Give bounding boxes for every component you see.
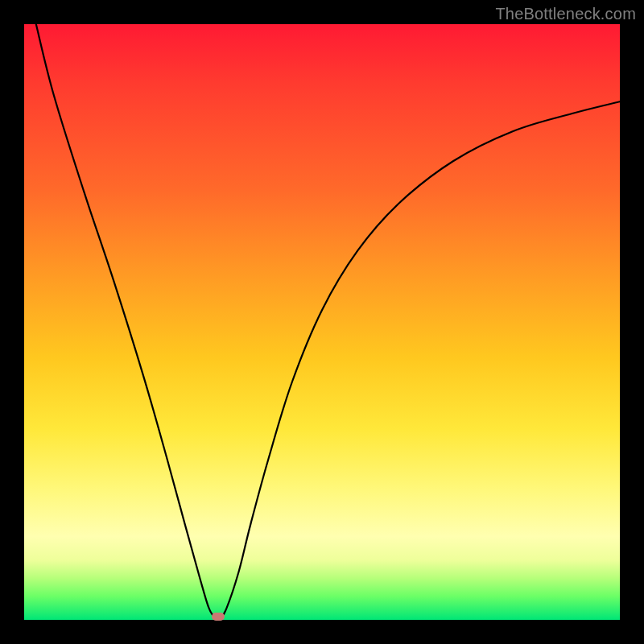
chart-frame: TheBottleneck.com xyxy=(0,0,644,644)
watermark-text: TheBottleneck.com xyxy=(495,5,636,23)
minimum-marker xyxy=(212,613,225,621)
bottleneck-curve xyxy=(24,24,620,620)
plot-area xyxy=(24,24,620,620)
